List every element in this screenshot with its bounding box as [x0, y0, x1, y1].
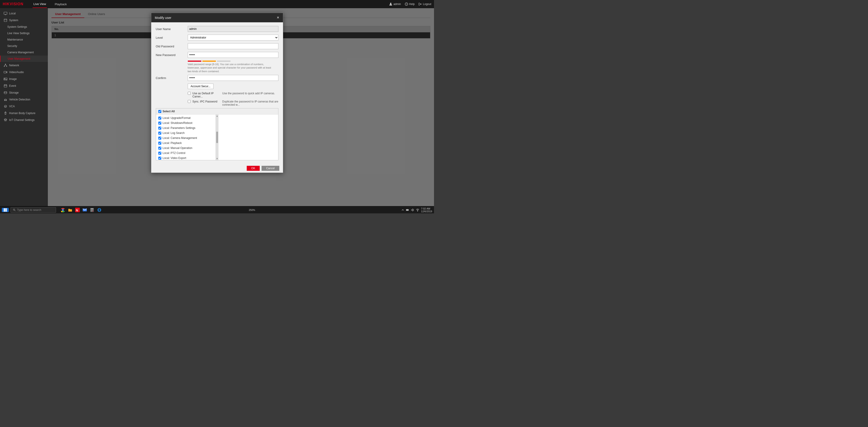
svg-point-7	[4, 66, 5, 67]
perm-item: Local: Playback	[156, 140, 216, 145]
human-icon	[4, 111, 7, 115]
perm-checkbox[interactable]	[158, 157, 161, 160]
sidebar-item-network[interactable]: Network	[0, 62, 48, 69]
new-password-input[interactable]	[188, 52, 278, 58]
sidebar-item-local[interactable]: Local	[0, 10, 48, 17]
perm-checkbox[interactable]	[158, 127, 161, 130]
sync-ipc-checkbox[interactable]	[188, 100, 191, 103]
default-ip-desc: Use the password to quick add IP cameras…	[222, 92, 278, 95]
svg-text:?: ?	[406, 3, 407, 5]
taskbar-app-chrome[interactable]	[60, 207, 66, 213]
svg-point-34	[92, 210, 93, 210]
scrollbar[interactable]: ▲ ▼	[216, 114, 218, 160]
calculator-icon	[90, 208, 94, 212]
date: 12/6/2019	[421, 210, 432, 213]
perm-checkbox[interactable]	[158, 137, 161, 140]
svg-point-8	[6, 66, 7, 67]
strength-bar-1	[188, 61, 202, 62]
sidebar-item-iot-channel[interactable]: IoT Channel Settings	[0, 117, 48, 124]
svg-rect-14	[4, 85, 7, 87]
sidebar-item-human-body-capture[interactable]: Human Body Capture	[0, 110, 48, 117]
svg-rect-43	[406, 209, 408, 210]
svg-rect-32	[91, 208, 93, 209]
permissions-section: Select All Local: Upgrade/Format Local: …	[156, 108, 278, 160]
account-secur-button[interactable]: Account Secur...	[188, 84, 214, 89]
time: 7:02 AM	[421, 207, 432, 210]
old-password-input[interactable]	[188, 43, 278, 49]
perm-checkbox[interactable]	[158, 122, 161, 125]
sidebar-item-user-management[interactable]: User Management	[0, 56, 48, 62]
user-icon	[389, 2, 393, 6]
admin-link[interactable]: admin	[389, 2, 401, 6]
select-all-checkbox[interactable]	[158, 110, 161, 113]
svg-point-21	[4, 105, 7, 107]
logout-link[interactable]: Logout	[418, 2, 431, 6]
taskbar-search-bar[interactable]: Type here to search	[10, 207, 56, 213]
taskbar-app-mail[interactable]	[82, 207, 88, 213]
volume-icon	[411, 208, 414, 211]
taskbar-app-calc[interactable]	[89, 207, 95, 213]
ok-button[interactable]: OK	[247, 166, 260, 171]
perm-checkbox[interactable]	[158, 152, 161, 155]
perm-item: Local: Manual Operation	[156, 145, 216, 151]
zoom-indicator: 250%	[249, 208, 255, 211]
perm-list-left: Local: Upgrade/Format Local: Shutdown/Re…	[156, 114, 216, 160]
username-label: User Name	[156, 27, 188, 31]
sidebar-item-live-view-settings[interactable]: Live View Settings	[0, 30, 48, 36]
perm-item: Local: PTZ Control	[156, 151, 216, 156]
strength-bar-2	[202, 61, 216, 62]
svg-point-27	[62, 209, 64, 211]
perm-item: Local: Parameters Settings	[156, 126, 216, 131]
perm-checkbox[interactable]	[158, 117, 161, 120]
perm-checkbox[interactable]	[158, 142, 161, 144]
username-input[interactable]	[188, 26, 278, 32]
help-icon: ?	[405, 2, 408, 6]
select-all-row: Select All	[156, 108, 278, 114]
svg-point-33	[91, 210, 92, 210]
system-icon	[4, 19, 7, 22]
level-select[interactable]: Administrator Operator User	[188, 35, 278, 40]
iot-icon	[4, 118, 7, 122]
sidebar-item-camera-management[interactable]: Camera Management	[0, 49, 48, 56]
app-logo: HIKVISION	[3, 2, 24, 6]
mail-icon	[83, 208, 87, 212]
svg-point-35	[93, 210, 93, 210]
start-button[interactable]	[2, 208, 9, 212]
svg-line-9	[4, 65, 5, 66]
perm-checkbox[interactable]	[158, 132, 161, 135]
sidebar-item-video-audio[interactable]: Video/Audio	[0, 69, 48, 76]
cancel-button[interactable]: Cancel	[261, 166, 279, 171]
sidebar-item-vca[interactable]: VCA	[0, 103, 48, 110]
modal-close-button[interactable]: ×	[277, 15, 279, 20]
taskbar-app-ie[interactable]	[96, 207, 102, 213]
help-link[interactable]: ? Help	[405, 2, 415, 6]
svg-point-6	[5, 64, 6, 65]
ie-icon	[97, 208, 102, 212]
sidebar-item-image[interactable]: Image	[0, 76, 48, 83]
svg-rect-3	[4, 12, 7, 14]
modal-overlay: Modify user × User Name Level Administra…	[48, 8, 434, 206]
vehicle-icon	[4, 98, 7, 101]
sync-ipc-label: Sync. IPC Password	[192, 100, 220, 103]
sidebar-item-storage[interactable]: Storage	[0, 89, 48, 96]
sidebar-item-security[interactable]: Security	[0, 43, 48, 49]
svg-point-24	[5, 120, 6, 121]
permissions-list: Local: Upgrade/Format Local: Shutdown/Re…	[156, 114, 278, 160]
default-ip-checkbox[interactable]	[188, 92, 191, 95]
taskbar: Type here to search N 250% 7:02 AM 12/6/	[0, 206, 434, 214]
sidebar-item-system-settings[interactable]: System Settings	[0, 24, 48, 30]
svg-point-25	[13, 209, 15, 210]
sidebar-item-system[interactable]: System	[0, 17, 48, 24]
svg-point-38	[93, 211, 93, 211]
confirm-input[interactable]	[188, 75, 278, 81]
svg-point-36	[91, 211, 92, 211]
taskbar-app-files[interactable]	[67, 207, 73, 213]
sidebar-item-event[interactable]: Event	[0, 83, 48, 89]
perm-checkbox[interactable]	[158, 147, 161, 150]
main-layout: Local System System Settings Live View S…	[0, 8, 434, 206]
sidebar-item-maintenance[interactable]: Maintenance	[0, 36, 48, 43]
nav-live-view[interactable]: Live View	[33, 0, 47, 8]
sidebar-item-vehicle-detection[interactable]: Vehicle Detection	[0, 96, 48, 103]
nav-playback[interactable]: Playback	[54, 1, 68, 8]
taskbar-app-netflix[interactable]: N	[74, 207, 81, 213]
